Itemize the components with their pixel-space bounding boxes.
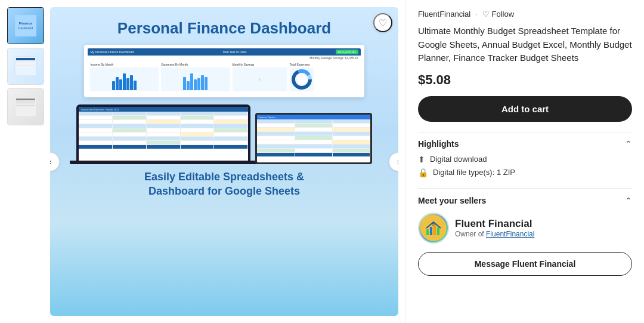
favorite-button[interactable]: ♡ — [373, 13, 392, 32]
bottom-image-text: Easily Editable Spreadsheets & Dashboard… — [144, 170, 304, 198]
devices-mockup: Income and Expenses Tracker 2023 — [76, 104, 373, 164]
svg-rect-22 — [434, 224, 436, 235]
main-product-image: Personal Finance Dashboard My Personal F… — [50, 7, 398, 316]
digital-download-label: Digital download — [430, 155, 487, 164]
svg-rect-23 — [437, 227, 439, 235]
svg-rect-21 — [430, 227, 432, 235]
thumbnail-list: Finance Dashboard — [7, 7, 44, 316]
thumbnail-3[interactable] — [7, 88, 44, 125]
meet-sellers-section: Meet your sellers ⌃ $ Fluent Financial — [418, 188, 632, 276]
message-seller-button[interactable]: Message Fluent Financial — [418, 252, 632, 276]
highlights-section-header[interactable]: Highlights ⌃ — [418, 133, 632, 155]
highlights-content: ⬆ Digital download 🔒 Digital file type(s… — [418, 155, 632, 188]
seller-top-bar: FluentFinancial · ♡ Follow — [418, 10, 632, 19]
svg-rect-0 — [15, 15, 36, 36]
dashboard-mockup: My Personal Finance Dashboard Total Year… — [84, 45, 364, 97]
follow-label: Follow — [492, 10, 515, 19]
file-icon: 🔒 — [418, 168, 428, 177]
highlights-title: Highlights — [418, 139, 459, 149]
seller-info-row: $ Fluent Financial Owner of FluentFinanc… — [418, 213, 632, 244]
svg-rect-10 — [16, 99, 35, 100]
svg-rect-5 — [16, 61, 35, 63]
svg-text:Finance: Finance — [19, 21, 33, 25]
meet-sellers-chevron-icon: ⌃ — [625, 196, 632, 205]
svg-rect-20 — [426, 229, 429, 235]
thumbnail-1[interactable]: Finance Dashboard — [7, 7, 44, 44]
meet-sellers-title: Meet your sellers — [418, 196, 486, 205]
seller-logo: $ — [418, 213, 449, 244]
svg-rect-12 — [16, 103, 35, 104]
add-to-cart-button[interactable]: Add to cart — [418, 96, 632, 122]
main-image-title: Personal Finance Dashboard — [117, 19, 331, 38]
divider: · — [475, 10, 477, 19]
meet-sellers-header[interactable]: Meet your sellers ⌃ — [418, 196, 632, 205]
svg-rect-11 — [16, 101, 35, 103]
seller-display-name: Fluent Financial — [455, 218, 534, 230]
svg-rect-4 — [16, 58, 35, 60]
product-title: Ultimate Monthly Budget Spreadsheet Temp… — [418, 24, 632, 65]
product-detail-panel: FluentFinancial · ♡ Follow Ultimate Mont… — [405, 0, 644, 323]
seller-name-link[interactable]: FluentFinancial — [418, 10, 470, 19]
seller-profile-link[interactable]: FluentFinancial — [486, 230, 534, 238]
product-images-panel: Finance Dashboard — [0, 0, 405, 323]
seller-details: Fluent Financial Owner of FluentFinancia… — [455, 218, 534, 238]
digital-download-item: ⬆ Digital download — [418, 155, 632, 164]
svg-rect-7 — [16, 65, 35, 66]
file-type-item: 🔒 Digital file type(s): 1 ZIP — [418, 168, 632, 177]
follow-heart-icon: ♡ — [482, 10, 490, 19]
heart-icon: ♡ — [379, 17, 387, 29]
svg-rect-13 — [16, 105, 35, 106]
thumbnail-2[interactable] — [7, 48, 44, 85]
svg-point-17 — [297, 75, 306, 84]
download-icon: ⬆ — [418, 155, 425, 164]
svg-rect-6 — [16, 63, 35, 64]
follow-button[interactable]: ♡ Follow — [482, 10, 515, 19]
highlights-chevron-icon: ⌃ — [625, 139, 632, 149]
seller-owner-text: Owner of FluentFinancial — [455, 230, 534, 238]
file-type-label: Digital file type(s): 1 ZIP — [433, 168, 515, 177]
svg-rect-8 — [16, 67, 35, 68]
product-price: $5.08 — [418, 72, 632, 88]
svg-text:Dashboard: Dashboard — [18, 26, 33, 30]
